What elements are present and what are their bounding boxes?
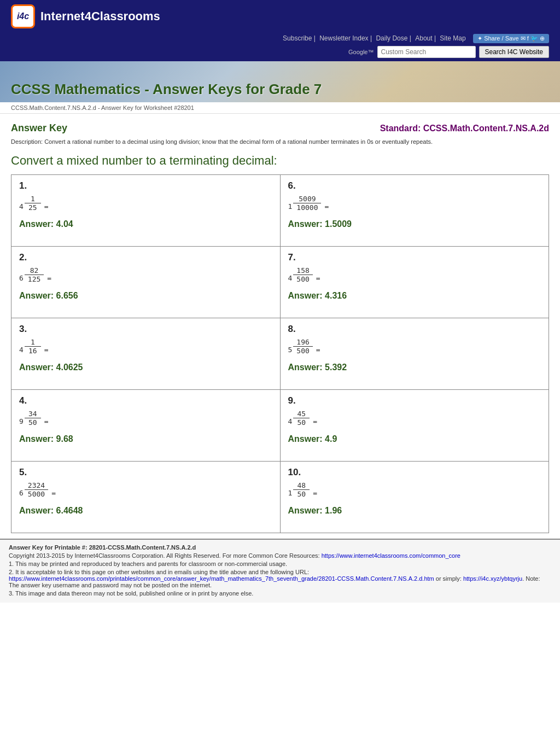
problems-grid: 1. 4 1 25 = Answer: 4.04 6. 1 5 [11, 174, 549, 533]
problem-row-3: 3. 4 1 16 = Answer: 4.0625 8. 5 [11, 318, 549, 390]
problem-number-10: 10. [288, 467, 541, 478]
answer-1: Answer: 4.04 [19, 219, 272, 229]
problem-cell-2: 2. 6 82 125 = Answer: 6.656 [11, 247, 281, 318]
problem-cell-3: 3. 4 1 16 = Answer: 4.0625 [11, 318, 281, 389]
answer-5: Answer: 6.4648 [19, 506, 272, 516]
fraction-area-1: 4 1 25 = [19, 195, 272, 212]
problem-row-1: 1. 4 1 25 = Answer: 4.04 6. 1 5 [11, 175, 549, 247]
answer-4: Answer: 9.68 [19, 434, 272, 444]
logo-icon: i4c [11, 4, 35, 28]
share-button[interactable]: ✦ Share / Save ✉ f 🐦 ⊕ [473, 34, 549, 43]
logo-text: i4c [17, 11, 29, 21]
problem-number-7: 7. [288, 252, 541, 263]
footer: Answer Key for Printable #: 28201-CCSS.M… [0, 539, 560, 603]
answer-3: Answer: 4.0625 [19, 363, 272, 372]
footer-note2: 2. It is acceptable to link to this page… [9, 569, 551, 588]
search-input[interactable] [377, 46, 476, 58]
problem-row-4: 4. 9 34 50 = Answer: 9.68 9. 4 [11, 390, 549, 462]
google-label: Google™ [348, 49, 374, 55]
footer-printable: Answer Key for Printable #: 28201-CCSS.M… [9, 544, 551, 551]
answer-9: Answer: 4.9 [288, 434, 541, 444]
footer-common-core-link[interactable]: https://www.internet4classrooms.com/comm… [322, 552, 460, 559]
main-content: Answer Key Standard: CCSS.Math.Content.7… [0, 114, 560, 539]
problem-number-4: 4. [19, 395, 272, 406]
answer-10: Answer: 1.96 [288, 506, 541, 516]
footer-url-long[interactable]: https://www.internet4classrooms.com/prin… [9, 575, 434, 582]
problem-cell-4: 4. 9 34 50 = Answer: 9.68 [11, 390, 281, 461]
problem-number-3: 3. [19, 324, 272, 335]
problem-row-2: 2. 6 82 125 = Answer: 6.656 7. 4 [11, 247, 549, 318]
problem-cell-5: 5. 6 2324 5000 = Answer: 6.4648 [11, 462, 281, 533]
problem-cell-9: 9. 4 45 50 = Answer: 4.9 [281, 390, 549, 461]
problem-number-6: 6. [288, 180, 541, 191]
answer-key-header: Answer Key Standard: CCSS.Math.Content.7… [11, 119, 549, 136]
answer-7: Answer: 4.316 [288, 291, 541, 301]
footer-copyright: Copyright 2013-2015 by Internet4Classroo… [9, 552, 551, 559]
problem-cell-7: 7. 4 158 500 = Answer: 4.316 [281, 247, 549, 318]
search-button[interactable]: Search I4C Website [479, 46, 550, 58]
site-header: i4c Internet4Classrooms [0, 0, 560, 33]
logo-area: i4c Internet4Classrooms [11, 4, 160, 28]
answer-2: Answer: 6.656 [19, 291, 272, 301]
fraction-area-7: 4 158 500 = [288, 266, 541, 283]
problem-cell-8: 8. 5 196 500 = Answer: 5.392 [281, 318, 549, 389]
nav-daily-dose[interactable]: Daily Dose [376, 34, 407, 42]
fraction-area-2: 6 82 125 = [19, 266, 272, 283]
fraction-area-8: 5 196 500 = [288, 338, 541, 355]
fraction-area-5: 6 2324 5000 = [19, 481, 272, 498]
problem-heading: Convert a mixed number to a terminating … [11, 150, 549, 174]
answer-key-title: Answer Key [11, 122, 67, 134]
problem-row-5: 5. 6 2324 5000 = Answer: 6.4648 10. 1 [11, 462, 549, 533]
page-heading: CCSS Mathematics - Answer Keys for Grade… [11, 81, 322, 98]
footer-note1: 1. This may be printed and reproduced by… [9, 561, 551, 567]
fraction-area-3: 4 1 16 = [19, 338, 272, 355]
search-bar: Google™ Search I4C Website [0, 44, 560, 61]
problem-number-9: 9. [288, 395, 541, 406]
problem-number-8: 8. [288, 324, 541, 335]
nav-newsletter[interactable]: Newsletter Index [319, 34, 368, 42]
site-title: Internet4Classrooms [40, 9, 160, 24]
nav-bar: Subscribe | Newsletter Index | Daily Dos… [0, 33, 560, 44]
problem-cell-6: 6. 1 5009 10000 = Answer: 1.5009 [281, 175, 549, 246]
answer-6: Answer: 1.5009 [288, 219, 541, 229]
problem-cell-10: 10. 1 48 50 = Answer: 1.96 [281, 462, 549, 533]
answer-8: Answer: 5.392 [288, 363, 541, 372]
problem-cell-1: 1. 4 1 25 = Answer: 4.04 [11, 175, 281, 246]
fraction-area-9: 4 45 50 = [288, 410, 541, 427]
banner: CCSS Mathematics - Answer Keys for Grade… [0, 61, 560, 102]
fraction-area-10: 1 48 50 = [288, 481, 541, 498]
nav-subscribe[interactable]: Subscribe [283, 34, 312, 42]
fraction-area-6: 1 5009 10000 = [288, 195, 541, 212]
fraction-area-4: 9 34 50 = [19, 410, 272, 427]
description: Description: Convert a rational number t… [11, 136, 549, 150]
nav-about[interactable]: About [415, 34, 432, 42]
problem-number-2: 2. [19, 252, 272, 263]
footer-note3: 3. This image and data thereon may not b… [9, 590, 551, 597]
answer-key-standard: Standard: CCSS.Math.Content.7.NS.A.2d [380, 124, 549, 133]
nav-sitemap[interactable]: Site Map [440, 34, 465, 42]
footer-url-short[interactable]: https://i4c.xyz/ybtqyrju [463, 575, 522, 582]
problem-number-5: 5. [19, 467, 272, 478]
breadcrumb: CCSS.Math.Content.7.NS.A.2.d - Answer Ke… [0, 102, 560, 114]
problem-number-1: 1. [19, 180, 272, 191]
